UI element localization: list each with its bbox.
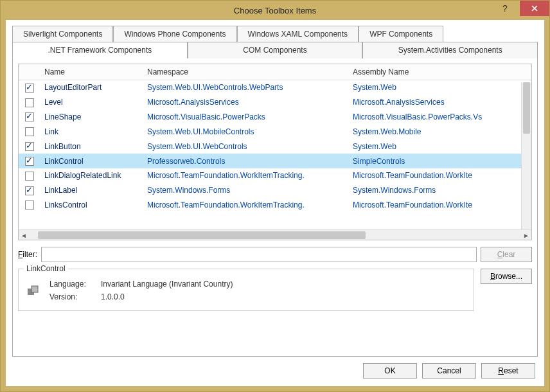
tab-silverlight[interactable]: Silverlight Components: [12, 26, 113, 42]
header-name[interactable]: Name: [40, 64, 143, 80]
vertical-scroll-thumb[interactable]: [523, 82, 530, 134]
row-checkbox[interactable]: [25, 127, 34, 136]
help-button[interactable]: ?: [490, 1, 520, 16]
table-row[interactable]: LinkButtonSystem.Web.UI.WebControlsSyste…: [19, 139, 531, 154]
cell-namespace: Microsoft.AnalysisServices: [143, 95, 349, 110]
cell-assembly: System.Windows.Forms: [349, 183, 531, 198]
version-label: Version:: [49, 292, 101, 301]
content-area: Silverlight Components Windows Phone Com…: [1, 20, 549, 391]
tabs-row-lower: .NET Framework Components COM Components…: [12, 41, 538, 58]
details-row: LinkControl Language: Invariant Language…: [18, 269, 532, 311]
cell-namespace: System.Windows.Forms: [143, 183, 349, 198]
tab-body: Name Namespace Assembly Name LayoutEdito…: [12, 58, 538, 357]
table-row[interactable]: LayoutEditorPartSystem.Web.UI.WebControl…: [19, 80, 531, 95]
cell-assembly: System.Web: [349, 139, 531, 154]
filter-row: Filter: Clear: [18, 247, 532, 262]
cell-name: LineShape: [40, 110, 143, 125]
table-row[interactable]: LevelMicrosoft.AnalysisServicesMicrosoft…: [19, 95, 531, 110]
cell-name: Link: [40, 124, 143, 139]
window-title: Choose Toolbox Items: [1, 6, 549, 15]
components-table: Name Namespace Assembly Name LayoutEdito…: [19, 64, 531, 212]
scroll-left-arrow[interactable]: ◄: [19, 230, 29, 240]
cell-assembly: System.Web.Mobile: [349, 124, 531, 139]
cell-namespace: Microsoft.VisualBasic.PowerPacks: [143, 110, 349, 125]
titlebar-buttons: ?: [490, 1, 549, 16]
cell-namespace: System.Web.UI.WebControls.WebParts: [143, 80, 349, 95]
table-row[interactable]: LinkDialogRelatedLinkMicrosoft.TeamFound…: [19, 168, 531, 183]
ok-button[interactable]: OK: [363, 363, 417, 379]
grid-viewport: Name Namespace Assembly Name LayoutEdito…: [19, 64, 531, 229]
details-groupbox: LinkControl Language: Invariant Language…: [18, 269, 474, 311]
cell-name: LinkDialogRelatedLink: [40, 168, 143, 183]
row-checkbox[interactable]: [25, 84, 34, 93]
cell-assembly: Microsoft.TeamFoundation.WorkIte: [349, 198, 531, 213]
row-checkbox[interactable]: [25, 200, 34, 209]
table-row[interactable]: LinkSystem.Web.UI.MobileControlsSystem.W…: [19, 124, 531, 139]
dialog-window: Choose Toolbox Items ? Silverlight Compo…: [0, 0, 550, 392]
cell-name: LinkLabel: [40, 183, 143, 198]
details-kv: Language: Invariant Language (Invariant …: [49, 280, 233, 301]
cell-name: LayoutEditorPart: [40, 80, 143, 95]
language-label: Language:: [49, 280, 101, 289]
cell-assembly: System.Web: [349, 80, 531, 95]
cell-assembly: SimpleControls: [349, 154, 531, 168]
header-checkbox[interactable]: [19, 64, 40, 80]
cell-assembly: Microsoft.AnalysisServices: [349, 95, 531, 110]
close-button[interactable]: [520, 1, 549, 16]
filter-label: Filter:: [18, 250, 37, 259]
row-checkbox[interactable]: [25, 98, 34, 107]
row-checkbox[interactable]: [25, 112, 34, 121]
tab-windows-phone[interactable]: Windows Phone Components: [113, 26, 236, 42]
cell-namespace: Microsoft.TeamFoundation.WorkItemTrackin…: [143, 198, 349, 213]
cell-name: LinkControl: [40, 154, 143, 168]
clear-button[interactable]: Clear: [481, 247, 532, 262]
horizontal-scrollbar[interactable]: ◄ ►: [19, 229, 531, 240]
header-row: Name Namespace Assembly Name: [19, 64, 531, 80]
tabs-row-upper: Silverlight Components Windows Phone Com…: [12, 25, 538, 41]
table-row[interactable]: LinksControlMicrosoft.TeamFoundation.Wor…: [19, 198, 531, 213]
titlebar: Choose Toolbox Items ?: [1, 1, 549, 20]
cell-namespace: System.Web.UI.WebControls: [143, 139, 349, 154]
row-checkbox[interactable]: [25, 142, 34, 151]
header-assembly[interactable]: Assembly Name: [349, 64, 531, 80]
table-row[interactable]: LineShapeMicrosoft.VisualBasic.PowerPack…: [19, 110, 531, 125]
version-value: 1.0.0.0: [101, 292, 233, 301]
scroll-right-arrow[interactable]: ►: [521, 230, 531, 240]
tab-wpf[interactable]: WPF Components: [359, 26, 443, 42]
language-value: Invariant Language (Invariant Country): [101, 280, 233, 289]
tab-windows-xaml[interactable]: Windows XAML Components: [237, 26, 359, 42]
tab-com[interactable]: COM Components: [188, 42, 363, 58]
vertical-scrollbar[interactable]: [521, 82, 531, 229]
row-checkbox[interactable]: [25, 157, 34, 166]
cell-name: LinksControl: [40, 198, 143, 213]
components-grid: Name Namespace Assembly Name LayoutEdito…: [18, 64, 532, 240]
filter-input[interactable]: [41, 247, 477, 262]
browse-button[interactable]: Browse...: [481, 269, 532, 284]
cell-assembly: Microsoft.VisualBasic.PowerPacks.Vs: [349, 110, 531, 125]
cell-name: Level: [40, 95, 143, 110]
row-checkbox[interactable]: [25, 186, 34, 195]
table-row[interactable]: LinkControlProfessorweb.ControlsSimpleCo…: [19, 154, 531, 168]
footer-buttons: OK Cancel Reset: [12, 357, 538, 380]
component-icon: [26, 285, 40, 299]
cancel-button[interactable]: Cancel: [422, 363, 476, 379]
row-checkbox[interactable]: [25, 172, 34, 181]
horizontal-scroll-thumb[interactable]: [38, 231, 366, 239]
cell-namespace: Microsoft.TeamFoundation.WorkItemTrackin…: [143, 168, 349, 183]
cell-namespace: System.Web.UI.MobileControls: [143, 124, 349, 139]
cell-assembly: Microsoft.TeamFoundation.WorkIte: [349, 168, 531, 183]
tab-net-framework[interactable]: .NET Framework Components: [12, 42, 188, 58]
table-row[interactable]: LinkLabelSystem.Windows.FormsSystem.Wind…: [19, 183, 531, 198]
reset-button[interactable]: Reset: [481, 363, 535, 379]
cell-name: LinkButton: [40, 139, 143, 154]
details-inner: Language: Invariant Language (Invariant …: [26, 280, 466, 301]
tab-system-activities[interactable]: System.Activities Components: [362, 42, 538, 58]
svg-rect-1: [31, 286, 38, 292]
header-namespace[interactable]: Namespace: [143, 64, 349, 80]
cell-namespace: Professorweb.Controls: [143, 154, 349, 168]
details-legend: LinkControl: [24, 264, 68, 273]
close-icon: [531, 5, 538, 12]
